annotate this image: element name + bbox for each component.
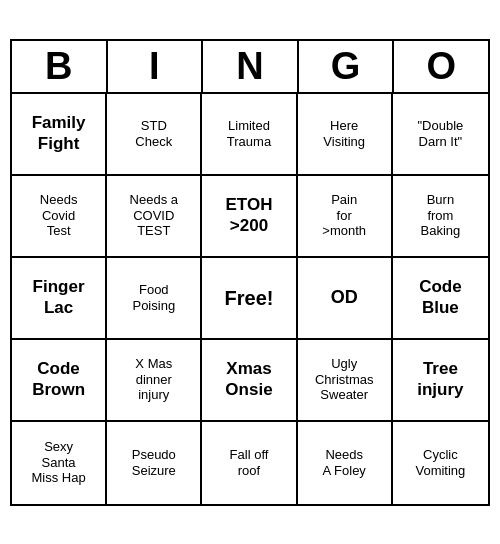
bingo-cell: Sexy Santa Miss Hap xyxy=(12,422,107,504)
bingo-cell: Here Visiting xyxy=(298,94,393,176)
header-letter: O xyxy=(394,41,488,92)
bingo-cell: Code Blue xyxy=(393,258,488,340)
bingo-cell: Pseudo Seizure xyxy=(107,422,202,504)
bingo-cell: Needs A Foley xyxy=(298,422,393,504)
bingo-cell: STD Check xyxy=(107,94,202,176)
bingo-cell: Limited Trauma xyxy=(202,94,297,176)
bingo-cell: "Double Darn It" xyxy=(393,94,488,176)
bingo-cell: Free! xyxy=(202,258,297,340)
bingo-cell: Xmas Onsie xyxy=(202,340,297,422)
bingo-grid: Family FightSTD CheckLimited TraumaHere … xyxy=(12,94,488,504)
bingo-cell: X Mas dinner injury xyxy=(107,340,202,422)
bingo-cell: Fall off roof xyxy=(202,422,297,504)
bingo-cell: Food Poising xyxy=(107,258,202,340)
bingo-cell: ETOH >200 xyxy=(202,176,297,258)
bingo-cell: Cyclic Vomiting xyxy=(393,422,488,504)
bingo-cell: Code Brown xyxy=(12,340,107,422)
bingo-cell: Pain for >month xyxy=(298,176,393,258)
header-letter: G xyxy=(299,41,395,92)
bingo-cell: Tree injury xyxy=(393,340,488,422)
header-letter: B xyxy=(12,41,108,92)
bingo-cell: Family Fight xyxy=(12,94,107,176)
bingo-cell: Burn from Baking xyxy=(393,176,488,258)
header-letter: I xyxy=(108,41,204,92)
bingo-cell: Ugly Christmas Sweater xyxy=(298,340,393,422)
bingo-header: BINGO xyxy=(12,41,488,94)
bingo-card: BINGO Family FightSTD CheckLimited Traum… xyxy=(10,39,490,506)
header-letter: N xyxy=(203,41,299,92)
bingo-cell: Finger Lac xyxy=(12,258,107,340)
bingo-cell: Needs a COVID TEST xyxy=(107,176,202,258)
bingo-cell: Needs Covid Test xyxy=(12,176,107,258)
bingo-cell: OD xyxy=(298,258,393,340)
